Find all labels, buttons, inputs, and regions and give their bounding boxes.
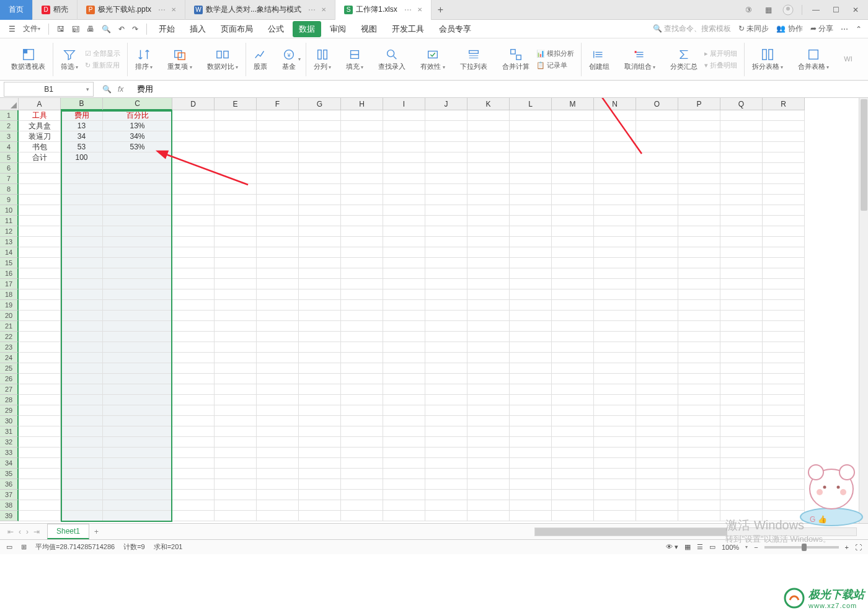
cell[interactable] [636,226,678,237]
cell[interactable] [763,289,805,300]
row-header[interactable]: 7 [0,174,19,184]
cell[interactable] [61,458,103,469]
cell[interactable] [103,500,172,511]
cell[interactable] [678,226,720,237]
cell[interactable] [720,195,763,205]
horizontal-scrollbar[interactable] [534,527,857,536]
cell[interactable] [763,479,805,490]
cell[interactable] [103,279,172,289]
cell[interactable] [594,490,636,500]
cell[interactable] [257,216,299,226]
cell[interactable] [19,469,61,479]
cell[interactable] [594,374,636,384]
cell[interactable] [341,500,383,511]
cell[interactable] [341,110,383,121]
cell[interactable] [257,416,299,426]
cell[interactable] [257,437,299,448]
cell[interactable]: 书包 [19,142,61,152]
cell[interactable] [172,205,215,216]
cell[interactable] [341,247,383,258]
cell[interactable] [383,342,425,353]
cell[interactable] [594,195,636,205]
cell[interactable]: 13% [103,121,172,131]
cell[interactable] [299,511,341,521]
cell[interactable] [510,205,552,216]
cell[interactable] [594,437,636,448]
cell[interactable] [215,332,257,342]
row-header[interactable]: 6 [0,163,19,174]
cell[interactable] [594,353,636,363]
cell[interactable] [257,300,299,311]
cell[interactable] [467,448,510,458]
ungroup-button[interactable]: 取消组合 ▾ [622,46,658,72]
cell[interactable] [552,374,594,384]
cell[interactable] [636,131,678,142]
cell[interactable] [552,142,594,152]
cell[interactable] [720,152,763,163]
cell[interactable] [215,511,257,521]
cell[interactable] [215,426,257,437]
cell[interactable] [215,405,257,416]
menu-start[interactable]: 开始 [153,21,181,37]
cell[interactable] [341,458,383,469]
cell[interactable] [61,163,103,174]
cell[interactable] [341,353,383,363]
cell[interactable] [172,342,215,353]
cell[interactable] [341,374,383,384]
cell[interactable] [678,511,720,521]
cell[interactable] [510,511,552,521]
cell[interactable] [215,195,257,205]
cell[interactable] [383,237,425,247]
row-header[interactable]: 25 [0,363,19,374]
close-icon[interactable]: ✕ [417,6,422,13]
cell[interactable] [594,110,636,121]
cell[interactable] [720,405,763,416]
cell[interactable] [467,458,510,469]
cell[interactable] [636,216,678,226]
cell[interactable] [215,279,257,289]
cell[interactable] [257,258,299,268]
spreadsheet-grid[interactable]: ABCDEFGHIJKLMNOPQR 123456789101112131415… [0,98,868,523]
cell[interactable] [19,163,61,174]
cell[interactable] [299,289,341,300]
cell[interactable] [19,405,61,416]
cell[interactable] [341,226,383,237]
cell[interactable] [257,374,299,384]
cell[interactable] [383,384,425,395]
cell[interactable] [510,342,552,353]
cell[interactable] [257,342,299,353]
cell[interactable] [257,142,299,152]
more-icon[interactable]: ⋯ [841,25,848,33]
cell[interactable] [636,448,678,458]
fill-button[interactable]: 填充 ▾ [343,46,366,72]
cell[interactable] [299,332,341,342]
cell[interactable] [594,511,636,521]
cell[interactable] [103,289,172,300]
cell[interactable] [552,469,594,479]
cell[interactable] [425,152,467,163]
close-icon[interactable]: ✕ [321,6,326,13]
cell[interactable] [19,353,61,363]
cell[interactable] [215,490,257,500]
cell[interactable] [299,300,341,311]
cell[interactable] [172,426,215,437]
row-header[interactable]: 20 [0,311,19,321]
cell[interactable] [61,205,103,216]
cell[interactable] [552,416,594,426]
cell[interactable] [341,268,383,279]
col-header-E[interactable]: E [215,98,257,110]
cell[interactable] [341,142,383,152]
cell[interactable] [594,458,636,469]
cell[interactable] [763,311,805,321]
cell[interactable] [467,131,510,142]
cell[interactable] [383,121,425,131]
cell[interactable] [383,353,425,363]
cell[interactable] [19,174,61,184]
cell[interactable] [172,395,215,405]
cell[interactable] [61,469,103,479]
cell[interactable] [103,216,172,226]
sort-button[interactable]: 排序 ▾ [133,46,155,72]
cell[interactable] [61,237,103,247]
cell[interactable] [552,437,594,448]
cell[interactable] [383,490,425,500]
